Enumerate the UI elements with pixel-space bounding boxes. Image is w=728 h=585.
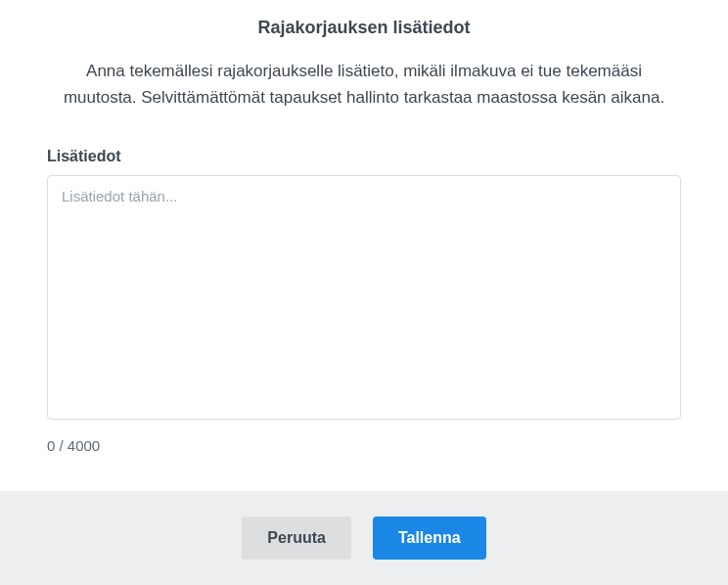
dialog-footer: Peruuta Tallenna bbox=[0, 491, 728, 585]
dialog-title: Rajakorjauksen lisätiedot bbox=[47, 18, 681, 38]
save-button[interactable]: Tallenna bbox=[373, 517, 486, 560]
field-label-lisatiedot: Lisätiedot bbox=[47, 148, 681, 165]
lisatiedot-textarea[interactable] bbox=[47, 175, 681, 420]
cancel-button[interactable]: Peruuta bbox=[242, 517, 351, 560]
dialog-content: Rajakorjauksen lisätiedot Anna tekemälle… bbox=[0, 0, 728, 491]
dialog-description: Anna tekemällesi rajakorjaukselle lisäti… bbox=[47, 58, 681, 111]
char-count: 0 / 4000 bbox=[47, 437, 681, 454]
